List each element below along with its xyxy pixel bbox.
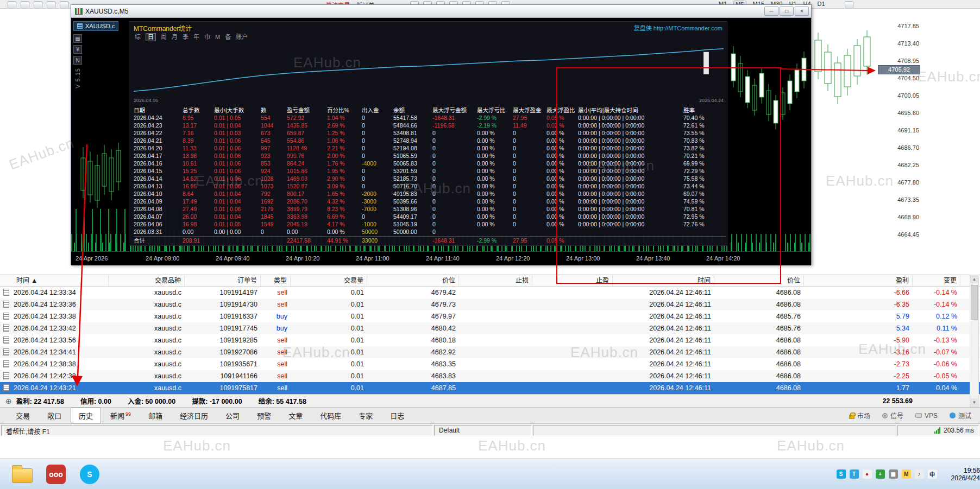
sound-tray-icon[interactable]: ♪ [915, 469, 924, 479]
tab-经济日历[interactable]: 经济日历 [172, 408, 216, 423]
tab-敞口[interactable]: 敞口 [39, 408, 70, 423]
mtc-row: 合计208.9122417.5844.91 %33000-1648.31-2.9… [134, 236, 726, 244]
table-row[interactable]: 2026.04.24 12:33:34xauusd.c1091914197sel… [0, 287, 980, 299]
table-row[interactable]: 2026.04.24 12:42:38xauusd.c1091941166sel… [0, 370, 980, 382]
chart-area[interactable]: XAUUSD.c ▦¥N V 5.15 MTCommander统计 复盘侠 ht… [71, 18, 811, 251]
table-row[interactable]: 2026.04.24 12:43:21xauusd.c1091975817sel… [0, 382, 980, 394]
mtc-cell: 0 [432, 182, 475, 190]
mtc-cell: 1.06 % [327, 137, 360, 144]
history-column-header[interactable]: 止盈 [532, 275, 613, 286]
table-cell: xauusd.c [109, 358, 185, 370]
panel-status-测试[interactable]: 测试 [950, 411, 971, 420]
tab-交易[interactable]: 交易 [8, 408, 38, 423]
mtc-tab-备[interactable]: 备 [225, 34, 231, 41]
scroll-down-icon[interactable]: ▼ [970, 398, 978, 407]
chart-type-icon[interactable] [21, 1, 29, 9]
mtc-cell: 1435.85 [287, 122, 325, 129]
symbol-tab[interactable]: XAUUSD.c [73, 21, 118, 31]
mtc-tab-综[interactable]: 综 [135, 34, 141, 41]
mt-tray-icon[interactable]: M [902, 469, 911, 479]
table-row[interactable]: 2026.04.24 12:33:38xauusd.c1091916337buy… [0, 310, 980, 322]
mtc-tab-M[interactable]: M [215, 34, 220, 41]
history-column-header[interactable]: 价位 [714, 275, 804, 286]
mtc-tab-日[interactable]: 日 [146, 33, 156, 41]
mtc-cell: 1692 [261, 198, 285, 205]
history-column-header[interactable]: 交易品种 [109, 275, 185, 286]
table-row[interactable]: 2026.04.24 12:33:56xauusd.c1091919285sel… [0, 334, 980, 346]
panel-status-VPS[interactable]: VPS [915, 412, 938, 420]
panel-status-信号[interactable]: 信号 [882, 411, 903, 420]
tab-日志[interactable]: 日志 [382, 408, 412, 423]
history-scrollbar[interactable]: ▲ ▼ [970, 275, 979, 407]
table-row[interactable]: 2026.04.24 12:38:38xauusd.c1091935671sel… [0, 358, 980, 370]
input-method-icon[interactable]: 中 [928, 469, 937, 479]
table-cell: 0.01 [291, 358, 367, 370]
background-chart[interactable]: 4717.854713.404708.954704.504700.054695.… [812, 9, 980, 266]
red-app-icon[interactable]: ooo [43, 462, 68, 487]
scroll-up-icon[interactable]: ▲ [970, 275, 978, 283]
mtc-cell: 10.61 [183, 160, 212, 167]
history-column-header[interactable]: 止损 [459, 275, 532, 286]
skype-tray-icon[interactable]: S [837, 469, 846, 479]
table-cell: 0.04 % [913, 382, 960, 394]
tab-文章[interactable]: 文章 [280, 408, 311, 423]
history-panel: 时间 ▲交易品种订单号类型交易量价位止损止盈时间价位盈利变更 2026.04.2… [0, 275, 980, 407]
panel-status-市场[interactable]: 市场 [849, 411, 870, 420]
mtc-cell: 2026.04.17 [134, 152, 180, 160]
maximize-button[interactable]: □ [780, 7, 794, 16]
tab-历史[interactable]: 历史 [71, 408, 101, 423]
candles-icon[interactable] [34, 1, 42, 9]
folder-icon[interactable] [10, 462, 35, 487]
news-icon[interactable]: N [73, 56, 82, 65]
mtc-tab-周[interactable]: 周 [161, 34, 167, 41]
help-text: 看帮忙,请按 F1 [1, 425, 433, 436]
history-column-header[interactable]: 价位 [367, 275, 459, 286]
tab-代码库[interactable]: 代码库 [312, 408, 349, 423]
scrollbar-thumb[interactable] [971, 285, 978, 320]
tab-邮箱[interactable]: 邮箱 [140, 408, 171, 423]
table-cell: 4680.18 [367, 334, 459, 346]
mtc-cell: 0.00 % [477, 213, 511, 220]
mtc-tab-季[interactable]: 季 [183, 34, 189, 41]
tab-预警[interactable]: 预警 [249, 408, 279, 423]
search-icon[interactable] [845, 1, 853, 9]
taskbar-clock[interactable]: 19:56 2026/4/24 [951, 467, 980, 482]
tile-windows-icon[interactable] [60, 1, 68, 9]
history-column-header[interactable]: 类型 [261, 275, 291, 286]
table-row[interactable]: 2026.04.24 12:33:42xauusd.c1091917745buy… [0, 322, 980, 334]
chart-window-titlebar[interactable]: XAUUSD.c,M5 ─□× [71, 5, 811, 18]
table-row[interactable]: 2026.04.24 12:34:41xauusd.c1091927086sel… [0, 346, 980, 358]
minimize-button[interactable]: ─ [764, 7, 778, 16]
mtc-brand-link[interactable]: 复盘侠 http://MTCommander.com [634, 23, 723, 32]
history-column-header[interactable]: 交易量 [291, 275, 367, 286]
mtc-tab-月[interactable]: 月 [172, 34, 178, 41]
history-column-header[interactable]: 变更 [913, 275, 960, 286]
history-column-header[interactable]: 时间 ▲ [0, 275, 109, 286]
screenshot-icon[interactable]: ▦ [73, 34, 82, 43]
connection-status[interactable]: 203.56 ms [897, 425, 979, 436]
keyboard-tray-icon[interactable]: ▦ [889, 469, 898, 479]
history-column-header[interactable]: 时间 [613, 275, 714, 286]
mtc-row: 2026.04.1414.620.01 | 0.0610281469.032.9… [134, 175, 726, 182]
history-column-header[interactable]: 订单号 [185, 275, 261, 286]
tab-专家[interactable]: 专家 [350, 408, 381, 423]
tab-新闻[interactable]: 新闻99 [102, 408, 139, 423]
history-column-header[interactable]: 盈利 [804, 275, 913, 286]
mtc-cell: 2026.04.14 [134, 175, 180, 182]
mtc-tab-年[interactable]: 年 [193, 34, 199, 41]
mtc-tab-巾[interactable]: 巾 [204, 34, 210, 41]
new-chart-icon[interactable] [8, 1, 16, 9]
profile-selector[interactable]: Default [434, 425, 532, 436]
close-button[interactable]: × [795, 7, 809, 16]
timeframe-d1[interactable]: D1 [818, 1, 825, 7]
table-row[interactable]: 2026.04.24 12:33:36xauusd.c1091914730sel… [0, 299, 980, 310]
currency-icon[interactable]: ¥ [73, 45, 82, 54]
skype-icon[interactable]: S [77, 462, 102, 487]
time-axis-label: 24 Apr 11:40 [426, 255, 460, 262]
tab-公司[interactable]: 公司 [217, 408, 248, 423]
security-tray-icon[interactable]: + [876, 469, 885, 479]
record-tray-icon[interactable]: ● [863, 469, 872, 479]
telegram-tray-icon[interactable]: T [850, 469, 859, 479]
line-chart-icon[interactable] [47, 1, 55, 9]
mtc-tab-账户[interactable]: 账户 [236, 34, 248, 41]
